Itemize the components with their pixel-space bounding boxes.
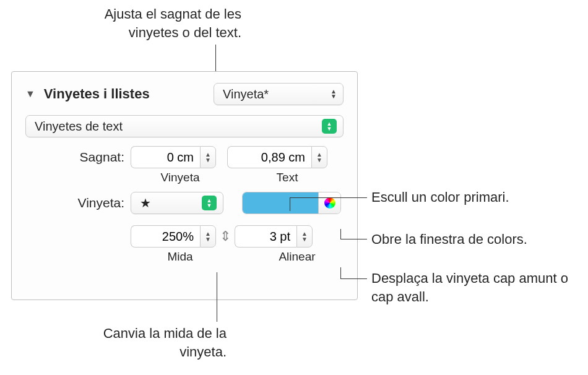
- list-style-dropdown[interactable]: Vinyeta* ▲▼: [214, 83, 344, 105]
- text-indent-input[interactable]: [227, 146, 311, 168]
- size-input[interactable]: [131, 225, 200, 248]
- bullets-lists-panel: ▼ Vinyetes i llistes Vinyeta* ▲▼ Vinyete…: [11, 71, 358, 300]
- bullet-glyph-dropdown[interactable]: ★ ▲▼: [131, 192, 223, 214]
- size-align-captions: Mida Alinear: [137, 250, 344, 264]
- callout-indent: Ajusta el sagnat de les vinyetes o del t…: [56, 5, 241, 41]
- bullet-type-value: Vinyetes de text: [35, 119, 123, 134]
- color-swatch[interactable]: [243, 192, 318, 213]
- size-stepper[interactable]: ▲▼: [131, 225, 216, 248]
- align-stepper[interactable]: ▲▼: [235, 225, 313, 248]
- indent-label: Sagnat:: [25, 150, 131, 165]
- color-well: [242, 192, 341, 214]
- bullet-label: Vinyeta:: [25, 196, 131, 210]
- leader-line: [341, 239, 367, 239]
- chevron-updown-icon: ▲▼: [331, 89, 337, 99]
- color-picker-button[interactable]: [318, 192, 340, 213]
- callout-size: Canvia la mida de la vinyeta.: [84, 324, 227, 361]
- align-caption: Alinear: [251, 250, 344, 264]
- indent-row: Sagnat: ▲▼ ▲▼: [25, 146, 344, 168]
- leader-line: [340, 267, 341, 279]
- bullet-indent-caption: Vinyeta: [137, 171, 223, 184]
- size-caption: Mida: [137, 250, 223, 264]
- disclosure-triangle-icon[interactable]: ▼: [25, 88, 35, 100]
- stepper-buttons-icon[interactable]: ▲▼: [200, 225, 216, 248]
- bullet-indent-stepper[interactable]: ▲▼: [131, 146, 216, 168]
- chevron-updown-icon: ▲▼: [202, 196, 217, 210]
- section-header: ▼ Vinyetes i llistes Vinyeta* ▲▼: [25, 83, 344, 105]
- leader-line: [341, 278, 367, 279]
- vertical-align-icon: ⇕: [220, 228, 231, 244]
- callout-color-window: Obre la finestra de colors.: [371, 230, 527, 249]
- color-wheel-icon: [324, 197, 335, 209]
- callout-color-primary: Escull un color primari.: [371, 188, 509, 207]
- bullet-type-dropdown[interactable]: Vinyetes de text ▲▼: [25, 115, 344, 137]
- indent-captions: Vinyeta Text: [137, 171, 344, 184]
- text-indent-stepper[interactable]: ▲▼: [227, 146, 327, 168]
- list-style-value: Vinyeta*: [223, 87, 269, 101]
- stepper-buttons-icon[interactable]: ▲▼: [311, 146, 327, 168]
- bullet-glyph-value: ★: [140, 196, 151, 210]
- section-title: Vinyetes i llistes: [44, 86, 150, 102]
- chevron-updown-icon: ▲▼: [322, 119, 337, 134]
- stepper-buttons-icon[interactable]: ▲▼: [200, 146, 216, 168]
- leader-line: [217, 272, 217, 322]
- stepper-buttons-icon[interactable]: ▲▼: [296, 225, 313, 248]
- callout-align: Desplaça la vinyeta cap amunt o cap aval…: [371, 269, 576, 306]
- leader-line: [290, 197, 290, 211]
- leader-line: [290, 197, 367, 198]
- bullet-indent-input[interactable]: [131, 146, 200, 168]
- leader-line: [340, 229, 341, 239]
- bullet-row: Vinyeta: ★ ▲▼: [25, 192, 344, 214]
- text-indent-caption: Text: [235, 171, 340, 184]
- align-input[interactable]: [235, 225, 296, 248]
- size-align-row: ▲▼ ⇕ ▲▼: [25, 225, 344, 248]
